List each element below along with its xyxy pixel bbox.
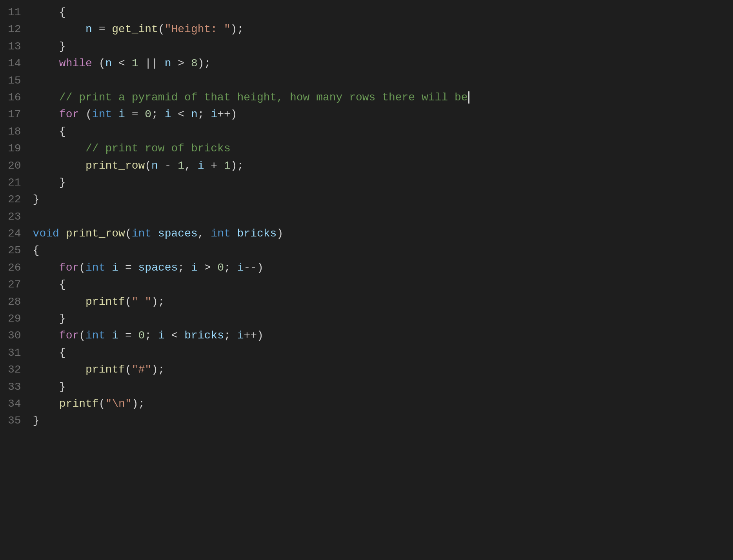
code-line: 31 { [0, 344, 733, 361]
token-plain: ( [125, 364, 132, 376]
token-plain: { [33, 278, 66, 291]
token-plain: { [33, 6, 66, 18]
token-plain: ); [231, 23, 244, 35]
token-plain: --) [244, 262, 263, 274]
code-content: printf(" "); [33, 293, 725, 310]
code-line: 24void print_row(int spaces, int bricks) [0, 225, 733, 242]
code-content: for(int i = spaces; i > 0; i--) [33, 259, 725, 276]
line-number: 14 [8, 55, 33, 72]
code-line: 30 for(int i = 0; i < bricks; i++) [0, 327, 733, 344]
token-kw-blue: int [85, 329, 105, 342]
token-plain: ( [79, 329, 85, 342]
code-line: 32 printf("#"); [0, 361, 733, 378]
token-var: i [237, 262, 244, 274]
token-plain: } [33, 381, 66, 393]
token-plain: || [138, 57, 165, 69]
token-fn-yellow: printf [59, 398, 99, 410]
line-number: 23 [8, 208, 33, 225]
line-number: 18 [8, 123, 33, 140]
token-var: bricks [184, 329, 224, 342]
token-var: i [158, 329, 165, 342]
token-plain [33, 108, 59, 120]
line-number: 12 [8, 21, 33, 38]
token-plain: ; [224, 329, 237, 342]
line-number: 13 [8, 38, 33, 55]
text-cursor [468, 91, 469, 104]
token-kw-purple: while [59, 57, 92, 69]
code-content: } [33, 174, 725, 191]
code-line: 16 // print a pyramid of that height, ho… [0, 89, 733, 106]
token-plain: , [184, 160, 198, 172]
token-plain [105, 329, 112, 342]
token-num: 0 [138, 329, 145, 342]
token-num: 0 [217, 262, 224, 274]
code-content: } [33, 412, 725, 429]
token-comment: // print row of bricks [85, 142, 231, 155]
line-number: 35 [8, 412, 33, 429]
code-content: while (n < 1 || n > 8); [33, 55, 725, 72]
line-number: 20 [8, 157, 33, 174]
token-kw-blue: int [132, 227, 151, 240]
token-str-orange: "Height: " [165, 23, 231, 35]
token-plain: ++) [217, 108, 237, 120]
code-content: print_row(n - 1, i + 1); [33, 157, 725, 174]
token-str-orange: "#" [132, 364, 151, 376]
code-content: for(int i = 0; i < bricks; i++) [33, 327, 725, 344]
token-plain [33, 23, 85, 35]
token-var: spaces [138, 262, 178, 274]
token-plain [33, 160, 85, 172]
token-num: 0 [145, 108, 151, 120]
token-plain: } [33, 313, 66, 325]
line-number: 22 [8, 191, 33, 208]
code-line: 12 n = get_int("Height: "); [0, 21, 733, 38]
token-var: i [165, 108, 171, 120]
token-kw-purple: for [59, 108, 79, 120]
token-plain: < [112, 57, 131, 69]
code-content: // print row of bricks [33, 140, 725, 157]
code-content: } [33, 38, 725, 55]
token-plain: - [158, 160, 178, 172]
token-comment: // print a pyramid of that height, how m… [59, 91, 468, 104]
token-kw-blue: void [33, 227, 59, 240]
code-line: 28 printf(" "); [0, 293, 733, 310]
code-content: } [33, 310, 725, 327]
token-str-orange: " " [132, 296, 151, 308]
token-param: spaces [158, 227, 198, 240]
token-plain: ++) [244, 329, 263, 342]
token-plain: ( [79, 262, 85, 274]
token-var: n [105, 57, 112, 69]
token-plain: < [165, 329, 184, 342]
token-plain: ); [132, 398, 145, 410]
code-content: void print_row(int spaces, int bricks) [33, 225, 725, 242]
token-plain: ) [276, 227, 283, 240]
token-plain: , [198, 227, 211, 240]
code-line: 34 printf("\n"); [0, 395, 733, 412]
code-line: 18 { [0, 123, 733, 140]
token-plain: ( [125, 296, 132, 308]
code-line: 33 } [0, 378, 733, 395]
code-line: 29 } [0, 310, 733, 327]
token-fn-yellow: printf [85, 364, 125, 376]
token-plain: = [92, 23, 112, 35]
token-plain: ( [145, 160, 151, 172]
token-plain [33, 364, 85, 376]
token-plain [151, 227, 158, 240]
token-plain: } [33, 176, 66, 189]
token-plain: ); [231, 160, 244, 172]
token-var: i [211, 108, 217, 120]
code-line: 21 } [0, 174, 733, 191]
line-number: 25 [8, 242, 33, 259]
code-content: for (int i = 0; i < n; i++) [33, 106, 725, 123]
line-number: 19 [8, 140, 33, 157]
token-str-orange: "\n" [105, 398, 131, 410]
token-plain: ( [99, 398, 105, 410]
code-line: 22} [0, 191, 733, 208]
token-plain: > [198, 262, 217, 274]
token-plain: + [204, 160, 224, 172]
code-content: printf("\n"); [33, 395, 725, 412]
code-content: } [33, 378, 725, 395]
token-plain: ); [151, 364, 165, 376]
code-line: 27 { [0, 276, 733, 293]
token-plain [33, 296, 85, 308]
token-plain [33, 398, 59, 410]
